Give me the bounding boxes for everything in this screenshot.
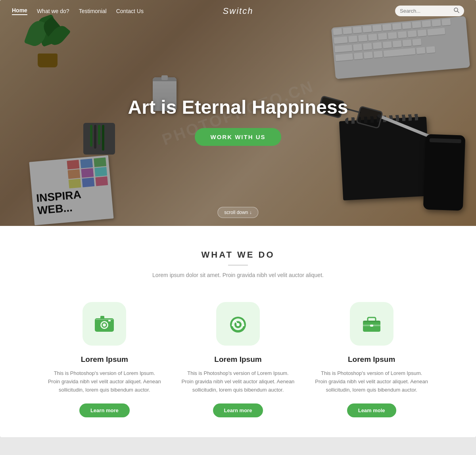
svg-point-18 xyxy=(243,325,244,326)
svg-line-1 xyxy=(457,11,459,13)
card-briefcase: Lorem Ipsum This is Photoshop's version … xyxy=(311,298,432,421)
svg-rect-22 xyxy=(370,325,373,327)
section-subtitle: Lorem ipsum dolor sit amet. Proin gravid… xyxy=(139,272,337,278)
search-bar xyxy=(395,6,464,16)
card-icon-wrap-camera xyxy=(83,302,126,346)
learn-more-button-0[interactable]: Learn more xyxy=(79,403,130,417)
svg-point-5 xyxy=(103,323,106,327)
nav-item-contact[interactable]: Contact Us xyxy=(116,8,144,14)
navbar: Home What we do? Testimonial Contact Us … xyxy=(0,0,476,22)
learn-more-button-2[interactable]: Leam mole xyxy=(347,403,396,417)
nav-item-testimonial[interactable]: Testimonial xyxy=(79,8,107,14)
svg-rect-23 xyxy=(363,321,380,322)
card-title-2: Lorem Ipsum xyxy=(348,355,395,364)
nav-item-what[interactable]: What we do? xyxy=(37,8,69,14)
gauge-icon xyxy=(227,313,249,335)
nav-left: Home What we do? Testimonial Contact Us xyxy=(12,7,144,15)
section-title: WHAT WE DO xyxy=(16,250,460,260)
nav-item-home[interactable]: Home xyxy=(12,7,27,15)
hero-title: Art is Eternal Happiness xyxy=(128,96,348,119)
card-gauge: Lorem Ipsum This is Photoshop's version … xyxy=(177,298,299,421)
search-icon-button[interactable] xyxy=(454,8,459,14)
work-with-us-button[interactable]: WORK WITH US xyxy=(195,128,282,146)
svg-rect-7 xyxy=(108,320,111,321)
section-divider xyxy=(228,265,248,266)
learn-more-button-1[interactable]: Learn more xyxy=(213,403,263,417)
card-icon-wrap-gauge xyxy=(216,302,260,346)
card-title-1: Lorem Ipsum xyxy=(214,355,261,364)
card-desc-0: This is Photoshop's version of Lorem Ips… xyxy=(48,369,161,394)
svg-point-14 xyxy=(237,323,239,326)
what-we-do-section: WHAT WE DO Lorem ipsum dolor sit amet. P… xyxy=(0,226,476,437)
hero-content: Art is Eternal Happiness WORK WITH US xyxy=(0,0,476,226)
svg-point-15 xyxy=(233,321,234,323)
camera-icon xyxy=(93,313,115,335)
site-logo: Switch xyxy=(223,6,253,16)
card-desc-1: This is Photoshop's version of Lorem Ips… xyxy=(181,369,295,394)
search-icon xyxy=(454,8,459,13)
card-icon-wrap-briefcase xyxy=(350,302,393,346)
card-camera: Lorem Ipsum This is Photoshop's version … xyxy=(44,298,165,421)
website-wrapper: Home What we do? Testimonial Contact Us … xyxy=(0,0,476,437)
svg-rect-6 xyxy=(100,316,104,319)
cards-grid: Lorem Ipsum This is Photoshop's version … xyxy=(44,298,432,421)
card-title-0: Lorem Ipsum xyxy=(81,355,128,364)
svg-rect-8 xyxy=(96,319,113,320)
search-input[interactable] xyxy=(400,8,451,14)
scroll-down-button[interactable]: scroll down ↓ xyxy=(217,207,258,218)
svg-point-17 xyxy=(232,325,233,326)
svg-point-16 xyxy=(242,321,243,323)
hero-section: Home What we do? Testimonial Contact Us … xyxy=(0,0,476,226)
briefcase-icon xyxy=(361,313,383,335)
card-desc-2: This is Photoshop's version of Lorem Ips… xyxy=(315,369,428,394)
